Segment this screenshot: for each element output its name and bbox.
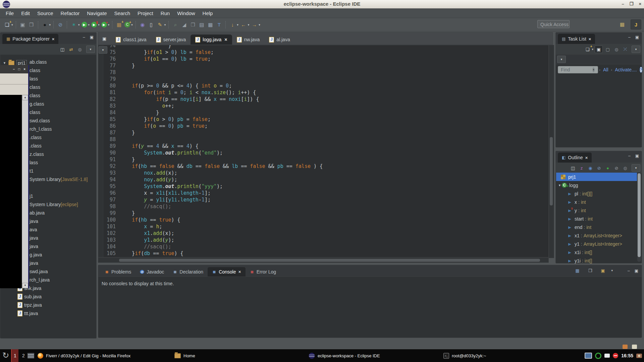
outline-item-y1i[interactable]: y1i:int[] [556,256,637,265]
close-icon[interactable]: × [589,37,591,42]
floating-app-window[interactable]: –□× ▲ ▼ [0,65,29,288]
minimize-icon[interactable]: – [622,1,624,6]
categorized-icon[interactable]: ▣ [595,46,603,53]
menu-navigate[interactable]: Navigate [83,9,110,17]
chevron-down-icon[interactable]: ▾ [259,23,260,26]
collapse-all-icon[interactable]: ◫ [569,165,577,171]
new-console-icon[interactable]: ▣ [599,267,606,274]
last-edit-location-icon[interactable]: ↓ [229,21,236,28]
editor-tab-logg-java[interactable]: Jlogg.java× [191,35,232,45]
java-perspective-icon[interactable]: J [631,19,641,29]
terminal-status-icon[interactable] [623,345,628,349]
restore-icon[interactable]: ❐ [630,1,634,6]
tab-package-explorer[interactable]: ▦ Package Explorer × [2,34,58,44]
code-editor[interactable]: 74 }75 }if(o1 > 0) lb = false;76 if(o1 =… [98,45,549,257]
minimize-icon[interactable]: – [13,67,15,71]
next-annotation-icon[interactable]: ▤ [198,21,205,28]
maximize-icon[interactable]: ▣ [635,154,639,158]
console-tab-javadoc[interactable]: @Javadoc [136,267,168,277]
chevron-down-icon[interactable]: ▼ [558,184,562,187]
lightbulb-status-icon[interactable] [632,345,637,349]
new-class-icon[interactable]: C+ [124,22,130,27]
close-icon[interactable]: × [224,37,227,42]
menu-run[interactable]: Run [157,9,174,17]
scroll-up-icon[interactable]: ▲ [22,95,28,100]
hide-fields-icon[interactable]: ◉ [587,165,594,171]
previous-annotation-icon[interactable]: ▦ [207,21,214,28]
activate-link[interactable]: Activate.... [615,67,637,72]
firefox-task-button[interactable]: Fiverr / d033y2yk / Edit Gig - Mozilla F… [38,349,130,362]
clipboard-icon[interactable]: ▯ [148,21,155,28]
console-tab-declaration[interactable]: ▤Declaration [168,267,208,277]
outline-item-pl[interactable]: pl:int[][] [556,189,637,198]
skip-breakpoints-icon[interactable]: ⊘ [57,21,64,28]
quick-access-input[interactable]: Quick Access [537,20,570,28]
chevron-down-icon[interactable]: ▾ [108,23,110,26]
chevron-down-icon[interactable]: ▾ [164,23,166,26]
minimize-icon[interactable]: – [83,35,85,40]
console-tab-console[interactable]: ▦Console× [208,267,246,277]
chevron-down-icon[interactable]: ▾ [131,23,133,26]
outline-scrollbar[interactable] [637,173,641,262]
window-titlebar[interactable]: eclipse-workspace - Eclipse IDE –❐× [0,0,644,9]
menu-search[interactable]: Search [110,9,134,17]
profile-icon[interactable]: ▶● [101,22,107,27]
scrollbar-thumb[interactable] [550,137,553,205]
new-task-icon[interactable]: ❏+ [584,46,591,53]
find-input[interactable] [558,66,598,73]
view-menu-icon[interactable]: ▼ [99,46,107,54]
editor-horizontal-scrollbar[interactable] [98,257,549,263]
chevron-down-icon[interactable]: ▾ [611,269,613,272]
save-icon[interactable]: ▣ [19,21,26,28]
outline-item-y1[interactable]: y1:ArrayList<Integer> [556,240,637,248]
scrollbar-thumb[interactable] [119,259,540,262]
display-settings-icon[interactable] [585,353,592,359]
back-icon[interactable]: ← [240,21,247,28]
notifications-icon[interactable] [604,354,610,358]
tree-item[interactable]: Jsub.java [0,292,97,301]
chevron-down-icon[interactable]: ▾ [78,23,80,26]
scrollbar-thumb[interactable] [638,173,641,257]
tree-item[interactable]: Jtrpz.java [0,301,97,309]
open-console-icon[interactable]: ▦ [574,267,581,274]
screenshot-icon[interactable] [636,354,642,358]
menu-file[interactable]: File [2,9,17,17]
outline-item-end[interactable]: end:int [556,223,637,231]
collapse-all-icon[interactable]: ◫ [59,46,66,53]
mark-occurrences-icon[interactable]: ✎ [157,21,163,28]
overlay-titlebar[interactable]: –□× [0,65,28,73]
console-tab-problems[interactable]: ▦Problems [100,267,136,277]
menu-refactor[interactable]: Refactor [57,9,84,17]
maximize-icon[interactable]: ▣ [635,35,639,40]
sort-icon[interactable]: z [578,165,585,171]
workspace-2[interactable]: 2 [20,349,27,362]
tab-outline[interactable]: ◧ Outline × [558,153,592,163]
view-menu-icon[interactable]: ▼ [86,46,95,53]
help-icon[interactable]: ? [640,67,643,73]
close-icon[interactable]: × [238,269,241,275]
editor-tab-nw-java[interactable]: Jnw.java [232,35,265,45]
files-task-button[interactable]: Home [174,349,195,362]
connector-icon[interactable]: ◍ [613,46,620,53]
working-set-dropdown[interactable]: ▼ [556,55,642,64]
editor-vertical-scrollbar[interactable] [549,45,554,258]
minimize-icon[interactable]: – [628,154,631,158]
chevron-down-icon[interactable]: ▾ [237,23,238,26]
outline-item-prj1[interactable]: prj1 [556,173,637,181]
do-not-disturb-icon[interactable] [613,353,618,358]
type-hierarchy-icon[interactable]: T [216,21,222,28]
maximize-icon[interactable]: □ [18,67,20,71]
menu-help[interactable]: Help [199,9,217,17]
show-desktop-icon[interactable] [28,353,34,358]
hide-static-icon[interactable]: ⊘ [595,165,603,171]
eclipse-task-button[interactable]: eclipse-workspace - Eclipse IDE [309,349,380,362]
view-menu-icon[interactable]: ▼ [632,46,640,53]
search-icon[interactable]: ⌕ [172,21,179,28]
view-menu-icon[interactable]: ▼ [632,164,640,172]
recorder-icon[interactable] [595,353,601,359]
menu-project[interactable]: Project [134,9,157,17]
save-all-icon[interactable]: ❒ [28,21,35,28]
maximize-icon[interactable]: ▣ [635,268,638,273]
open-perspective-icon[interactable]: ▦ [617,20,627,29]
menu-source[interactable]: Source [34,9,57,17]
